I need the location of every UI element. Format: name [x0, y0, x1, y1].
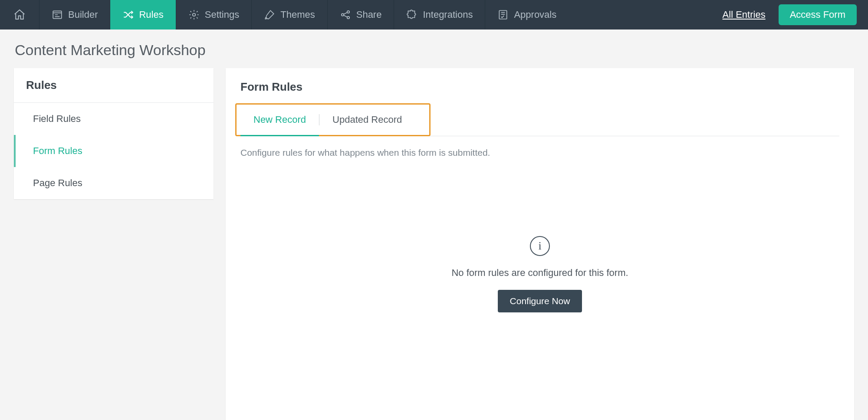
nav-label: Integrations	[423, 9, 473, 20]
rules-sidebar: Rules Field Rules Form Rules Page Rules	[14, 68, 214, 199]
configure-now-button[interactable]: Configure Now	[498, 290, 582, 312]
shuffle-icon	[122, 9, 134, 20]
nav-approvals[interactable]: Approvals	[485, 0, 569, 30]
rules-description: Configure rules for what happens when th…	[226, 136, 854, 158]
builder-icon	[52, 9, 63, 20]
all-entries-link[interactable]: All Entries	[712, 0, 776, 30]
sidebar-item-page-rules[interactable]: Page Rules	[14, 167, 214, 199]
page-title: Content Marketing Workshop	[0, 30, 868, 68]
nav-share[interactable]: Share	[328, 0, 395, 30]
home-icon	[13, 8, 26, 21]
sidebar-item-field-rules[interactable]: Field Rules	[14, 103, 214, 135]
main-heading: Form Rules	[226, 79, 854, 103]
svg-point-1	[192, 13, 195, 16]
sidebar-item-form-rules[interactable]: Form Rules	[14, 135, 214, 167]
nav-label: Rules	[139, 9, 163, 20]
brush-icon	[264, 9, 275, 20]
nav-label: Approvals	[514, 9, 556, 20]
sidebar-heading: Rules	[14, 68, 214, 103]
empty-state: i No form rules are configured for this …	[226, 236, 854, 312]
access-form-button[interactable]: Access Form	[779, 4, 857, 25]
nav-builder[interactable]: Builder	[39, 0, 110, 30]
puzzle-icon	[406, 9, 418, 20]
nav-label: Themes	[280, 9, 315, 20]
tab-new-record[interactable]: New Record	[240, 103, 319, 136]
content: Rules Field Rules Form Rules Page Rules …	[0, 68, 868, 420]
nav-settings[interactable]: Settings	[176, 0, 252, 30]
nav-rules[interactable]: Rules	[110, 0, 176, 30]
gear-icon	[188, 9, 200, 20]
share-icon	[340, 9, 351, 20]
nav-themes[interactable]: Themes	[252, 0, 327, 30]
nav-home[interactable]	[0, 0, 39, 30]
svg-rect-5	[500, 10, 507, 19]
nav-integrations[interactable]: Integrations	[394, 0, 485, 30]
nav-label: Settings	[205, 9, 240, 20]
record-tabs: New Record Updated Record	[240, 103, 839, 136]
info-icon: i	[530, 236, 550, 256]
tab-updated-record[interactable]: Updated Record	[319, 103, 415, 136]
tab-row: New Record Updated Record	[226, 103, 854, 136]
top-nav: Builder Rules Settings Themes Share Inte…	[0, 0, 868, 30]
empty-text: No form rules are configured for this fo…	[451, 267, 628, 279]
nav-spacer	[569, 0, 712, 30]
main-panel: Form Rules New Record Updated Record Con…	[226, 68, 854, 420]
approval-icon	[497, 9, 509, 20]
nav-label: Share	[356, 9, 382, 20]
nav-label: Builder	[68, 9, 98, 20]
